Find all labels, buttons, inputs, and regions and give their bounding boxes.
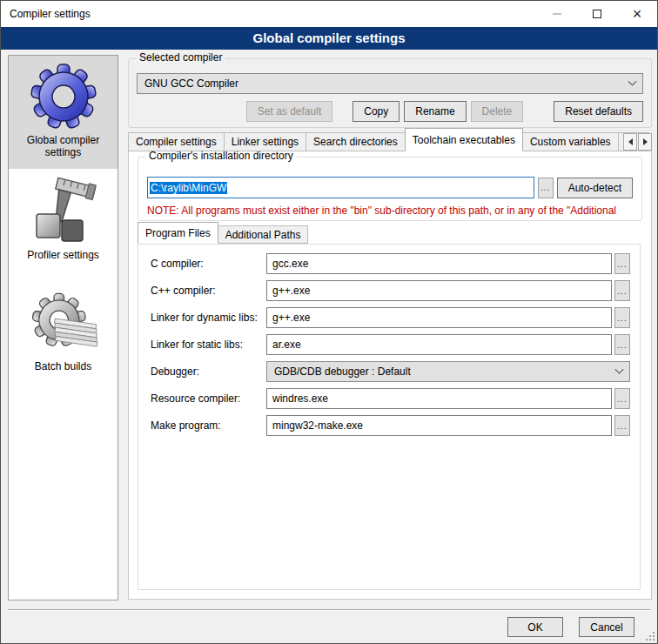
maximize-icon [593,10,601,18]
field-value: mingw32-make.exe [272,419,363,432]
field-label-debugger: Debugger: [151,366,264,378]
ok-button[interactable]: OK [507,617,563,637]
sidebar-item-batch-builds[interactable]: Batch builds [9,282,118,383]
sidebar-item-profiler-settings[interactable]: Profiler settings [9,171,118,272]
browse-cpp-compiler-button[interactable]: ... [614,280,630,301]
settings-tabstrip: Compiler settings Linker settings Search… [128,131,652,151]
browse-linker-dynamic-button[interactable]: ... [614,307,630,328]
sidebar-item-label: Batch builds [10,360,116,372]
browse-c-compiler-button[interactable]: ... [614,253,630,274]
arrow-right-icon [643,138,648,145]
minimize-icon [553,13,561,15]
titlebar: Compiler settings × [1,1,657,27]
installation-directory-group: Compiler's installation directory C:\ray… [138,157,642,221]
resize-grip[interactable] [644,630,655,641]
linker-static-input[interactable]: ar.exe [266,334,612,355]
field-label-make-program: Make program: [151,419,264,432]
program-files-tabstrip: Program Files Additional Paths [138,225,307,244]
field-value: ar.exe [272,339,301,351]
tab-scroll-right-button[interactable] [638,133,652,151]
selected-compiler-group: Selected compiler GNU GCC Compiler Set a… [128,58,652,128]
linker-dynamic-input[interactable]: g++.exe [266,307,612,328]
close-icon: × [633,6,642,22]
field-value: windres.exe [272,392,328,405]
subtab-additional-paths[interactable]: Additional Paths [218,225,309,244]
browse-directory-button[interactable]: ... [538,178,554,198]
window-title: Compiler settings [1,8,91,20]
selected-text: C:\raylib\MinGW [150,182,227,194]
page-title: Global compiler settings [1,27,657,50]
batch-builds-icon [29,288,98,358]
auto-detect-button[interactable]: Auto-detect [557,178,633,198]
tab-scroll-left-button[interactable] [623,133,637,151]
delete-button[interactable]: Delete [471,101,524,122]
field-value: gcc.exe [272,258,308,270]
field-value: g++.exe [272,312,310,324]
footer-buttons: OK Cancel [507,617,634,637]
installation-directory-input[interactable]: C:\raylib\MinGW [147,177,534,198]
field-label-linker-static: Linker for static libs: [151,339,264,351]
cancel-button[interactable]: Cancel [579,617,634,637]
toolchain-fields: C compiler: gcc.exe ... C++ compiler: g+… [138,245,640,436]
tab-compiler-settings[interactable]: Compiler settings [128,132,225,151]
browse-resource-compiler-button[interactable]: ... [614,388,630,409]
installation-directory-row: C:\raylib\MinGW ... Auto-detect [147,177,633,198]
chevron-down-icon [615,365,624,373]
cpp-compiler-input[interactable]: g++.exe [266,280,612,301]
window-controls: × [537,1,657,27]
tab-scroll-buttons [621,133,652,151]
copy-button[interactable]: Copy [352,101,400,122]
toolchain-executables-page: Compiler's installation directory C:\ray… [128,151,652,600]
footer-separator [8,609,650,611]
make-program-input[interactable]: mingw32-make.exe [266,415,612,436]
sidebar-item-label: Profiler settings [10,249,116,261]
c-compiler-input[interactable]: gcc.exe [266,253,612,274]
field-label-c-compiler: C compiler: [151,258,264,270]
profiler-caliper-icon [29,177,98,246]
tab-linker-settings[interactable]: Linker settings [224,132,306,151]
compiler-buttons: Set as default Copy Rename Delete Reset … [246,101,643,122]
maximize-button[interactable] [577,1,617,27]
rename-button[interactable]: Rename [404,101,466,122]
subtab-program-files[interactable]: Program Files [138,222,218,244]
tab-search-directories[interactable]: Search directories [306,132,406,151]
arrow-left-icon [628,138,633,145]
browse-make-program-button[interactable]: ... [614,415,630,436]
chevron-down-icon [628,77,637,85]
field-label-cpp-compiler: C++ compiler: [151,285,264,297]
installation-directory-group-label: Compiler's installation directory [145,150,297,162]
sidebar-item-global-compiler-settings[interactable]: Global compiler settings [9,56,118,169]
field-value: g++.exe [272,285,310,297]
tab-toolchain-executables[interactable]: Toolchain executables [405,128,523,151]
note-text: NOTE: All programs must exist either in … [147,205,640,217]
field-label-resource-compiler: Resource compiler: [151,392,264,405]
program-files-page: C compiler: gcc.exe ... C++ compiler: g+… [138,244,641,590]
compiler-select[interactable]: GNU GCC Compiler [137,73,643,94]
debugger-select-value: GDB/CDB debugger : Default [274,366,411,378]
browse-linker-static-button[interactable]: ... [614,334,630,355]
reset-defaults-button[interactable]: Reset defaults [554,101,643,122]
blue-gear-icon [29,62,98,131]
minimize-button[interactable] [537,1,577,27]
tab-custom-variables[interactable]: Custom variables [522,132,619,151]
selected-compiler-group-label: Selected compiler [136,51,225,64]
close-button[interactable]: × [617,1,657,27]
sidebar-item-label: Global compiler settings [10,134,116,158]
debugger-select[interactable]: GDB/CDB debugger : Default [266,361,630,382]
settings-category-list: Global compiler settings [8,55,118,600]
set-as-default-button[interactable]: Set as default [246,101,332,122]
resource-compiler-input[interactable]: windres.exe [266,388,612,409]
field-label-linker-dynamic: Linker for dynamic libs: [151,312,264,324]
compiler-settings-dialog: Compiler settings × Global compiler sett… [0,0,658,644]
compiler-select-value: GNU GCC Compiler [144,77,238,90]
